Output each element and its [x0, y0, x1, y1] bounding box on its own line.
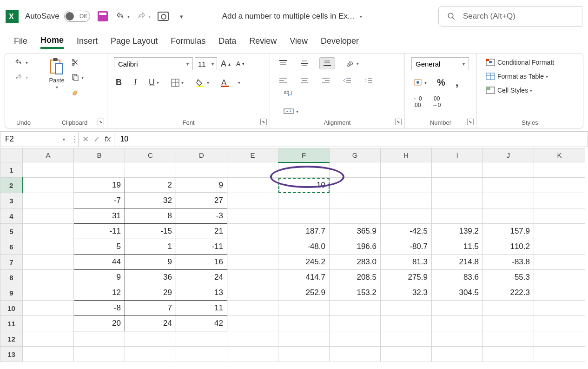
cell-A8[interactable] [23, 270, 74, 285]
align-top-button[interactable] [277, 58, 290, 68]
align-right-button[interactable] [319, 76, 332, 85]
cell-A2[interactable] [23, 178, 74, 193]
cell-D10[interactable]: 11 [176, 301, 227, 316]
cell-H10[interactable] [381, 301, 432, 316]
row-header-13[interactable]: 13 [0, 347, 23, 362]
italic-button[interactable]: I [132, 77, 139, 88]
cell-F6[interactable]: -48.0 [278, 239, 330, 255]
cell-J13[interactable] [483, 347, 534, 362]
cell-I1[interactable] [432, 162, 483, 178]
row-header-10[interactable]: 10 [0, 301, 23, 316]
cell-B8[interactable]: 9 [74, 270, 125, 285]
cell-J3[interactable] [483, 193, 534, 208]
cell-E2[interactable] [227, 178, 278, 193]
undo-button[interactable]: ▾ [115, 11, 130, 21]
cell-I6[interactable]: 11.5 [432, 239, 483, 255]
cell-D6[interactable]: -11 [176, 239, 227, 255]
col-header-A[interactable]: A [23, 148, 74, 162]
cell-B13[interactable] [74, 347, 125, 362]
cell-C3[interactable]: 32 [125, 193, 176, 208]
cancel-formula-button[interactable]: ✕ [82, 134, 89, 144]
tab-page-layout[interactable]: Page Layout [111, 36, 158, 48]
row-header-9[interactable]: 9 [0, 285, 23, 301]
cell-C9[interactable]: 29 [125, 285, 176, 301]
cell-G6[interactable]: 196.6 [330, 239, 381, 255]
row-header-3[interactable]: 3 [0, 193, 23, 208]
increase-decimal-button[interactable]: ←0.00 [411, 94, 424, 109]
col-header-G[interactable]: G [330, 148, 381, 162]
cell-G11[interactable] [330, 316, 381, 331]
cell-G12[interactable] [330, 331, 381, 347]
cell-K6[interactable] [534, 239, 585, 255]
cell-B10[interactable]: -8 [74, 301, 125, 316]
document-title[interactable]: Add a number to multiple cells in Ex... … [222, 12, 362, 21]
format-painter-button[interactable] [69, 87, 86, 97]
save-button[interactable] [97, 10, 109, 22]
cell-E3[interactable] [227, 193, 278, 208]
col-header-I[interactable]: I [432, 148, 483, 162]
cell-C4[interactable]: 8 [125, 208, 176, 224]
cell-K11[interactable] [534, 316, 585, 331]
undo-ribbon-button[interactable]: ▾ [12, 57, 30, 67]
cell-H5[interactable]: -42.5 [381, 224, 432, 239]
cell-B2[interactable]: 19 [74, 178, 125, 193]
cell-C13[interactable] [125, 347, 176, 362]
cell-F11[interactable] [278, 316, 330, 331]
col-header-F[interactable]: F [278, 148, 330, 162]
cell-C10[interactable]: 7 [125, 301, 176, 316]
cell-G1[interactable] [330, 162, 381, 178]
cell-H7[interactable]: 81.3 [381, 255, 432, 270]
cell-C12[interactable] [125, 331, 176, 347]
col-header-C[interactable]: C [125, 148, 176, 162]
cell-E10[interactable] [227, 301, 278, 316]
increase-font-button[interactable]: A▴ [219, 58, 232, 70]
customize-qat-button[interactable]: ▾ [176, 10, 188, 22]
cell-H13[interactable] [381, 347, 432, 362]
cell-I12[interactable] [432, 331, 483, 347]
copy-button[interactable]: ▾ [69, 72, 86, 82]
cell-B1[interactable] [74, 162, 125, 178]
formula-input[interactable]: 10 [114, 132, 588, 147]
redo-button[interactable]: ▾ [136, 11, 151, 21]
cell-E5[interactable] [227, 224, 278, 239]
cell-F10[interactable] [278, 301, 330, 316]
percent-button[interactable]: % [435, 76, 447, 89]
cell-K8[interactable] [534, 270, 585, 285]
cell-K9[interactable] [534, 285, 585, 301]
cell-D9[interactable]: 13 [176, 285, 227, 301]
col-header-E[interactable]: E [227, 148, 278, 162]
cell-B5[interactable]: -11 [74, 224, 125, 239]
row-header-7[interactable]: 7 [0, 255, 23, 270]
row-header-1[interactable]: 1 [0, 162, 23, 178]
col-header-B[interactable]: B [74, 148, 125, 162]
cell-A7[interactable] [23, 255, 74, 270]
comma-button[interactable]: , [454, 75, 461, 90]
cell-G9[interactable]: 153.2 [330, 285, 381, 301]
clipboard-launcher[interactable]: ⬊ [98, 119, 104, 125]
borders-button[interactable]: ▾ [169, 78, 185, 88]
cell-H2[interactable] [381, 178, 432, 193]
align-center-button[interactable] [298, 76, 311, 85]
number-format-select[interactable]: General▾ [411, 57, 469, 70]
cell-I3[interactable] [432, 193, 483, 208]
cell-A11[interactable] [23, 316, 74, 331]
cell-K13[interactable] [534, 347, 585, 362]
conditional-formatting-button[interactable]: Conditional Formatt [483, 57, 556, 67]
paste-button[interactable]: Paste ▾ [49, 57, 65, 90]
cell-I10[interactable] [432, 301, 483, 316]
cell-D2[interactable]: 9 [176, 178, 227, 193]
cell-E4[interactable] [227, 208, 278, 224]
cell-H11[interactable] [381, 316, 432, 331]
cell-A4[interactable] [23, 208, 74, 224]
cell-K3[interactable] [534, 193, 585, 208]
cell-E9[interactable] [227, 285, 278, 301]
cell-C5[interactable]: -15 [125, 224, 176, 239]
cell-G8[interactable]: 208.5 [330, 270, 381, 285]
row-header-12[interactable]: 12 [0, 331, 23, 347]
cell-J11[interactable] [483, 316, 534, 331]
toggle-switch[interactable]: Off [64, 11, 90, 22]
tab-file[interactable]: File [14, 36, 27, 48]
bold-button[interactable]: B [114, 77, 124, 88]
cell-C11[interactable]: 24 [125, 316, 176, 331]
cell-styles-button[interactable]: Cell Styles▾ [483, 85, 534, 95]
